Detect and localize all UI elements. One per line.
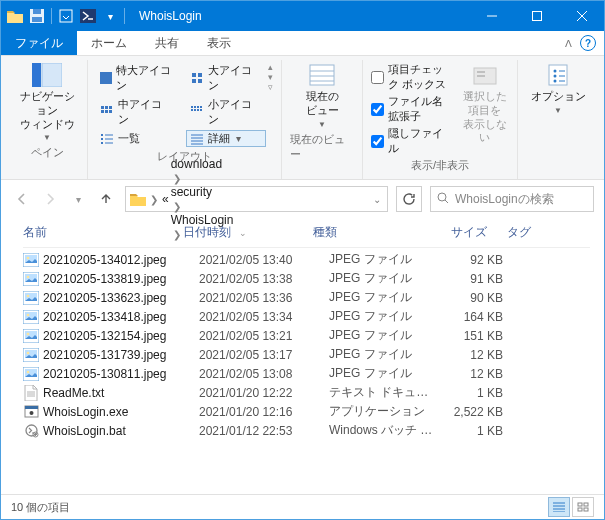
img-file-icon	[23, 309, 39, 325]
window-title: WhoisLogin	[131, 9, 469, 23]
search-placeholder: WhoisLoginの検索	[455, 191, 554, 208]
svg-point-82	[29, 411, 33, 415]
layout-medium-icons[interactable]: 中アイコン	[96, 96, 176, 128]
search-input[interactable]: WhoisLoginの検索	[430, 186, 594, 212]
history-dropdown-button[interactable]: ▾	[67, 188, 89, 210]
file-name: WhoisLogin.bat	[43, 424, 199, 438]
file-row[interactable]: 20210205-134012.jpeg2021/02/05 13:40JPEG…	[23, 250, 590, 269]
hide-selected-button: 選択した項目を 表示しない	[460, 62, 509, 145]
file-name: ReadMe.txt	[43, 386, 199, 400]
column-name[interactable]: 名前	[23, 224, 183, 241]
file-row[interactable]: WhoisLogin.bat2021/01/12 22:53Windows バッ…	[23, 421, 590, 440]
svg-rect-10	[42, 63, 62, 87]
hide-selected-label: 選択した項目を 表示しない	[460, 90, 509, 145]
svg-line-55	[445, 200, 448, 203]
file-row[interactable]: 20210205-133819.jpeg2021/02/05 13:38JPEG…	[23, 269, 590, 288]
layout-more-icon[interactable]: ▿	[268, 82, 273, 92]
column-kind[interactable]: 種類	[313, 224, 423, 241]
svg-rect-3	[60, 10, 72, 22]
svg-rect-23	[194, 106, 196, 108]
column-headers: 名前 日付時刻⌄ 種類 サイズ タグ	[23, 218, 590, 248]
svg-rect-29	[200, 109, 202, 111]
folder-icon	[130, 192, 146, 206]
file-row[interactable]: 20210205-133623.jpeg2021/02/05 13:36JPEG…	[23, 288, 590, 307]
options-label: オプション	[531, 90, 586, 104]
svg-rect-92	[584, 508, 588, 511]
svg-point-54	[438, 193, 446, 201]
up-button[interactable]	[95, 188, 117, 210]
svg-rect-25	[200, 106, 202, 108]
img-file-icon	[23, 252, 39, 268]
minimize-button[interactable]	[469, 1, 514, 31]
hidden-files-toggle[interactable]: 隠しファイル	[371, 126, 450, 156]
ribbon-group-showhide: 項目チェック ボックス ファイル名拡張子 隠しファイル 選択した項目を 表示しな…	[363, 60, 518, 179]
close-button[interactable]	[559, 1, 604, 31]
column-size[interactable]: サイズ	[423, 224, 487, 241]
layout-large-icons[interactable]: 大アイコン	[186, 62, 266, 94]
back-button[interactable]	[11, 188, 33, 210]
file-row[interactable]: 20210205-132154.jpeg2021/02/05 13:21JPEG…	[23, 326, 590, 345]
svg-rect-20	[105, 110, 108, 113]
crumb-download[interactable]: download	[171, 157, 234, 171]
svg-rect-2	[32, 17, 42, 22]
file-kind: アプリケーション	[329, 403, 439, 420]
file-row[interactable]: 20210205-131739.jpeg2021/02/05 13:17JPEG…	[23, 345, 590, 364]
quickaccess-dropdown-icon[interactable]: ▾	[102, 8, 118, 24]
tab-view[interactable]: 表示	[193, 31, 245, 55]
details-view-button[interactable]	[548, 497, 570, 517]
column-tag[interactable]: タグ	[487, 224, 531, 241]
options-button[interactable]: オプション ▼	[526, 62, 590, 116]
file-row[interactable]: ReadMe.txt2021/01/20 12:22テキスト ドキュメント1 K…	[23, 383, 590, 402]
chevron-right-icon[interactable]: ❯	[148, 194, 160, 205]
file-extensions-toggle[interactable]: ファイル名拡張子	[371, 94, 450, 124]
file-kind: JPEG ファイル	[329, 270, 439, 287]
layout-scroll-up-icon[interactable]: ▴	[268, 62, 273, 72]
layout-scroll-down-icon[interactable]: ▾	[268, 72, 273, 82]
tab-share[interactable]: 共有	[141, 31, 193, 55]
layout-details[interactable]: 詳細 ▾	[186, 130, 266, 147]
crumb-security[interactable]: security	[171, 185, 234, 199]
column-date[interactable]: 日付時刻⌄	[183, 224, 313, 241]
file-date: 2021/02/05 13:17	[199, 348, 329, 362]
txt-file-icon	[23, 385, 39, 401]
file-kind: JPEG ファイル	[329, 289, 439, 306]
powershell-icon[interactable]	[80, 8, 96, 24]
svg-rect-26	[191, 109, 193, 111]
svg-rect-28	[197, 109, 199, 111]
current-view-button[interactable]: 現在の ビュー ▼	[290, 62, 354, 130]
svg-rect-90	[584, 503, 588, 506]
svg-point-48	[554, 70, 557, 73]
breadcrumb[interactable]: ❯ « download❯security❯WhoisLogin❯ ⌄	[125, 186, 388, 212]
ribbon: ナビゲーション ウィンドウ ▼ ペイン 特大アイコン 大アイコン 中アイコン 小…	[1, 56, 604, 180]
chevron-right-icon[interactable]: ❯	[171, 173, 183, 184]
save-icon[interactable]	[29, 8, 45, 24]
img-file-icon	[23, 366, 39, 382]
collapse-ribbon-icon[interactable]: ᐱ	[565, 38, 572, 49]
tab-file[interactable]: ファイル	[1, 31, 77, 55]
maximize-button[interactable]	[514, 1, 559, 31]
crumb-pc[interactable]: «	[162, 192, 169, 206]
file-name: 20210205-133623.jpeg	[43, 291, 199, 305]
help-icon[interactable]: ?	[580, 35, 596, 51]
tab-home[interactable]: ホーム	[77, 31, 141, 55]
address-bar: ▾ ❯ « download❯security❯WhoisLogin❯ ⌄ Wh…	[1, 180, 604, 218]
file-kind: JPEG ファイル	[329, 327, 439, 344]
file-row[interactable]: WhoisLogin.exe2021/01/20 12:16アプリケーション2,…	[23, 402, 590, 421]
svg-rect-9	[32, 63, 41, 87]
refresh-button[interactable]	[396, 186, 422, 212]
customize-quickaccess-icon[interactable]	[58, 8, 74, 24]
thumbnails-view-button[interactable]	[572, 497, 594, 517]
forward-button[interactable]	[39, 188, 61, 210]
chevron-right-icon[interactable]: ❯	[171, 201, 183, 212]
layout-list[interactable]: 一覧	[96, 130, 176, 147]
layout-extra-large-icons[interactable]: 特大アイコン	[96, 62, 176, 94]
file-row[interactable]: 20210205-133418.jpeg2021/02/05 13:34JPEG…	[23, 307, 590, 326]
navigation-pane-button[interactable]: ナビゲーション ウィンドウ ▼	[15, 62, 79, 143]
item-checkboxes-toggle[interactable]: 項目チェック ボックス	[371, 62, 450, 92]
layout-small-icons[interactable]: 小アイコン	[186, 96, 266, 128]
address-dropdown-icon[interactable]: ⌄	[371, 194, 383, 205]
status-bar: 10 個の項目	[1, 494, 604, 519]
current-view-icon	[306, 62, 338, 88]
svg-rect-40	[310, 65, 334, 85]
file-row[interactable]: 20210205-130811.jpeg2021/02/05 13:08JPEG…	[23, 364, 590, 383]
